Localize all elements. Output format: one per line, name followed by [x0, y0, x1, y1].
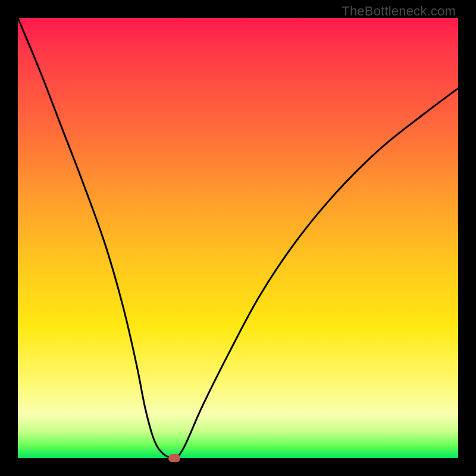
- chart-plot-area: [18, 18, 458, 458]
- bottleneck-curve: [18, 18, 458, 458]
- minimum-marker: [168, 454, 180, 462]
- attribution-label: TheBottleneck.com: [342, 4, 456, 19]
- chart-frame: TheBottleneck.com: [0, 0, 476, 476]
